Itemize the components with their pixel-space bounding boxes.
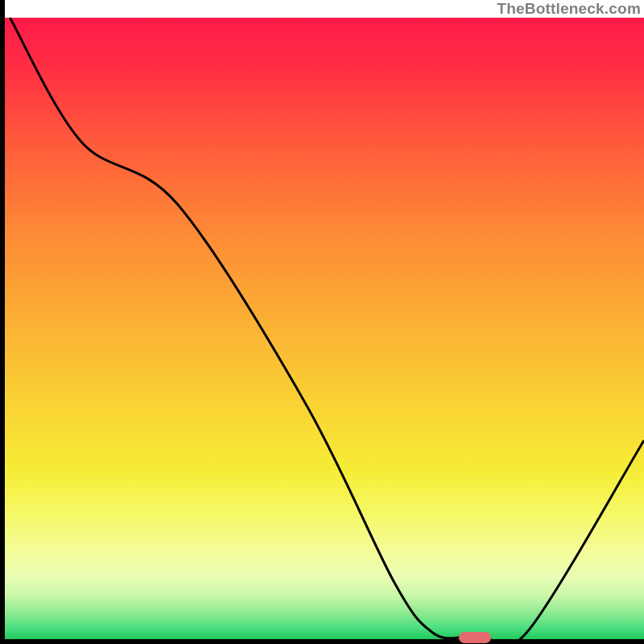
chart-background-gradient bbox=[5, 18, 644, 639]
watermark-text: TheBottleneck.com bbox=[497, 0, 641, 18]
optimal-point-marker bbox=[459, 632, 491, 643]
